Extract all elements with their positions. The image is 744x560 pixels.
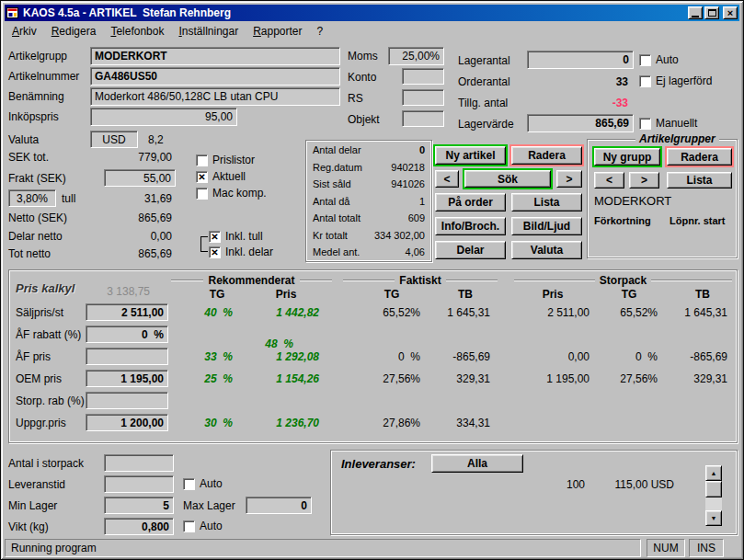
menu-help[interactable]: ?: [310, 23, 331, 40]
lista-button[interactable]: Lista: [511, 193, 582, 211]
pricing-row-uppgr: Uppgr.pris 1 200,00 30 % 1 236,70 27,86%…: [1, 414, 743, 432]
rek-pris-value: 1 442,82: [240, 306, 319, 319]
fakt-tb-value: 334,31: [426, 417, 490, 429]
menu-rapporter[interactable]: Rapporter: [246, 23, 309, 40]
lager-auto-checkbox[interactable]: Auto: [639, 53, 679, 66]
stat-row: Kr totalt334 302,00: [313, 230, 425, 241]
leveranstid-auto-checkbox[interactable]: Auto: [183, 477, 223, 490]
inleveranser-scrollbar[interactable]: ▲ ▼: [705, 465, 722, 526]
artikelgrupp-field[interactable]: MODERKORT: [90, 47, 340, 65]
storpack-tb-value: 1 645,31: [663, 306, 727, 319]
prev-artikel-button[interactable]: <: [435, 170, 459, 188]
valuta-button[interactable]: Valuta: [511, 241, 582, 259]
menu-arkiv[interactable]: Arkiv: [5, 23, 44, 40]
app-icon: [6, 6, 19, 19]
stat-row: Antal totalt609: [313, 212, 425, 223]
artikelgrupp-label: Artikelgrupp: [8, 50, 67, 63]
leveranstid-field[interactable]: [104, 475, 174, 493]
next-grupp-button[interactable]: >: [629, 172, 659, 189]
minimize-button[interactable]: [688, 6, 703, 19]
menu-installningar[interactable]: Inställningar: [171, 23, 246, 40]
af-pris-input[interactable]: [86, 348, 168, 365]
artikelgrupper-title: Artikelgrupper: [635, 132, 719, 145]
frakt-field[interactable]: 55,00: [104, 169, 176, 187]
pa-order-button[interactable]: På order: [435, 193, 506, 211]
inkl-delar-checkbox[interactable]: ✕Inkl. delar: [209, 246, 273, 258]
radera-grupp-button[interactable]: Radera: [667, 148, 732, 166]
checkbox-box: ✕: [196, 171, 208, 183]
menu-redigera[interactable]: Redigera: [44, 23, 104, 40]
group-header-faktiskt: Faktiskt: [343, 274, 498, 287]
radera-artikel-button[interactable]: Radera: [511, 146, 582, 165]
oem-pris-input[interactable]: 1 195,00: [86, 370, 168, 387]
storpack-tg-value: 65,52%: [597, 306, 658, 319]
artikelnummer-field[interactable]: GA486US50: [90, 67, 340, 86]
sok-button[interactable]: Sök: [464, 170, 551, 188]
current-group-value: MODERKORT: [594, 194, 671, 208]
inkl-tull-checkbox[interactable]: ✕Inkl. tull: [209, 230, 263, 243]
vikt-auto-checkbox[interactable]: Auto: [183, 520, 223, 532]
moms-field[interactable]: 25,00%: [388, 47, 444, 65]
konto-field[interactable]: [402, 68, 444, 85]
storpack-tb-value: -865,69: [663, 350, 727, 363]
mac-komp-checkbox[interactable]: Mac komp.: [196, 187, 267, 200]
scroll-thumb[interactable]: [705, 481, 722, 497]
delar-netto-label: Delar netto: [8, 230, 63, 243]
leveranstid-label: Leveranstid: [8, 478, 65, 491]
benamning-field[interactable]: Moderkort 486/50,128C LB utan CPU: [90, 87, 340, 106]
lista-grupp-button[interactable]: Lista: [667, 172, 732, 189]
scroll-up-button[interactable]: ▲: [705, 465, 722, 481]
bild-ljud-button[interactable]: Bild/Ljud: [511, 217, 582, 235]
benamning-label: Benämning: [8, 90, 64, 103]
lagervarde-field[interactable]: 865,69: [527, 114, 634, 132]
checkbox-box: [639, 75, 651, 87]
valuta-field[interactable]: USD: [90, 131, 138, 148]
rek-tg-value: 33 %: [179, 350, 233, 363]
stat-row: Reg.datum940218: [313, 162, 425, 173]
delar-button[interactable]: Delar: [435, 241, 506, 259]
storp-rab-input[interactable]: [86, 392, 168, 409]
lagerantal-label: Lagerantal: [458, 54, 510, 67]
maximize-button[interactable]: [704, 6, 719, 19]
stat-row: Antal då1: [313, 196, 425, 207]
sek-tot-label: SEK tot.: [8, 151, 49, 164]
divider-line: [446, 280, 498, 281]
af-rabatt-input[interactable]: 0 %: [86, 326, 168, 343]
uppgr-pris-input[interactable]: 1 200,00: [86, 414, 168, 431]
max-lager-field[interactable]: 0: [246, 497, 312, 514]
next-artikel-button[interactable]: >: [556, 170, 582, 188]
col-header-tb: TB: [442, 288, 488, 301]
ej-lagerford-checkbox[interactable]: Ej lagerförd: [639, 74, 712, 87]
objekt-field[interactable]: [402, 110, 444, 127]
rek-tg-value: 30 %: [179, 417, 233, 429]
manuellt-checkbox[interactable]: Manuellt: [639, 117, 697, 130]
lagerantal-field[interactable]: 0: [527, 51, 634, 69]
ny-artikel-button[interactable]: Ny artikel: [435, 146, 506, 165]
min-lager-label: Min Lager: [8, 499, 57, 512]
connector-line: [200, 251, 208, 252]
min-lager-field[interactable]: 5: [104, 497, 174, 514]
close-button[interactable]: ×: [723, 6, 738, 19]
aktuell-checkbox[interactable]: ✕Aktuell: [196, 170, 246, 183]
fakt-tg-value: 27,56%: [358, 372, 420, 385]
pricing-title: Pris kalkyl: [16, 281, 74, 295]
menu-telefonbok[interactable]: Telefonbok: [103, 23, 171, 40]
inkopspris-field[interactable]: 95,00: [90, 108, 237, 126]
prev-grupp-button[interactable]: <: [594, 172, 624, 189]
objekt-label: Objekt: [348, 113, 380, 126]
rs-field[interactable]: [402, 89, 444, 106]
ny-grupp-button[interactable]: Ny grupp: [594, 148, 660, 166]
antal-storpack-field[interactable]: [104, 454, 174, 472]
info-broch-button[interactable]: Info/Broch.: [435, 217, 506, 235]
tull-rate-field[interactable]: 3,80%: [8, 189, 56, 207]
saljpris-input[interactable]: 2 511,00: [86, 303, 168, 321]
col-header-pris: Pris: [525, 288, 580, 301]
prislistor-checkbox[interactable]: Prislistor: [196, 154, 255, 166]
forkortning-label: Förkortning: [594, 215, 651, 226]
pricing-top-value: 3 138,75: [86, 285, 150, 298]
vikt-field[interactable]: 0,800: [104, 518, 174, 535]
scroll-down-button[interactable]: ▼: [705, 510, 722, 526]
inkopspris-label: Inköpspris: [8, 110, 59, 123]
alla-button[interactable]: Alla: [431, 454, 523, 473]
checkbox-box: [196, 154, 208, 166]
